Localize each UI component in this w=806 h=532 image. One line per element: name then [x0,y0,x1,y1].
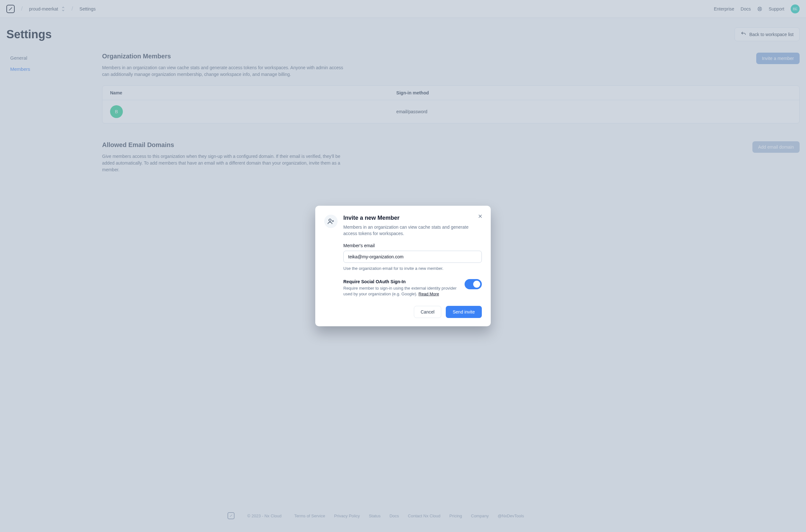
email-hint: Use the organization email for to invite… [343,266,482,271]
email-group: Member's email Use the organization emai… [343,243,482,271]
oauth-title: Require Social OAuth Sign-In [343,279,458,284]
oauth-block: Require Social OAuth Sign-In Require mem… [343,279,482,297]
email-label: Member's email [343,243,482,248]
modal-title: Invite a new Member [343,215,482,221]
cancel-button[interactable]: Cancel [414,306,441,318]
toggle-knob [473,281,480,288]
oauth-desc-text: Require member to sign-in using the exte… [343,286,456,296]
svg-point-2 [329,219,331,221]
read-more-link[interactable]: Read More [419,291,439,296]
user-plus-icon [324,215,338,228]
send-invite-button[interactable]: Send invite [446,306,482,318]
oauth-toggle[interactable] [465,279,482,289]
modal-wrap: Invite a new Member Members in an organi… [0,0,806,532]
invite-modal: Invite a new Member Members in an organi… [315,206,491,327]
modal-actions: Cancel Send invite [324,306,482,318]
email-field[interactable] [343,251,482,263]
oauth-desc: Require member to sign-in using the exte… [343,285,458,297]
modal-subtitle: Members in an organization can view cach… [343,224,482,237]
